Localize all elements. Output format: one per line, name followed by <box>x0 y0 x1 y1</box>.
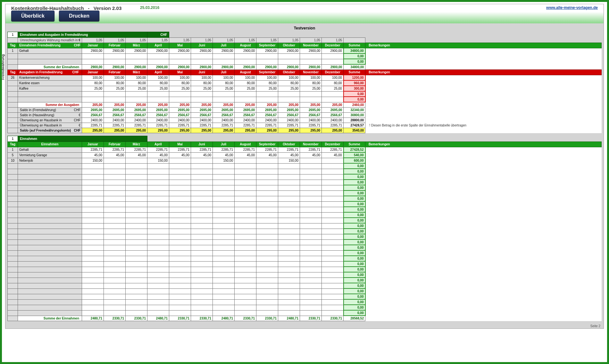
value-cell[interactable]: 2900,00 <box>322 48 344 53</box>
rate-cell[interactable]: 1,05 <box>169 38 191 43</box>
value-cell[interactable] <box>256 158 278 163</box>
value-cell[interactable]: 100,00 <box>213 75 235 80</box>
row-remarks[interactable] <box>365 152 602 158</box>
value-cell[interactable]: 25,00 <box>300 86 322 91</box>
row-label[interactable]: Krankenversicherung <box>18 75 82 80</box>
row-remarks[interactable] <box>365 80 602 86</box>
value-cell[interactable]: 100,00 <box>278 75 300 80</box>
value-cell[interactable]: 100,00 <box>104 75 126 80</box>
value-cell[interactable]: 2285,71 <box>104 147 126 152</box>
row-tag[interactable]: 10 <box>8 158 18 163</box>
value-cell[interactable]: 80,00 <box>278 80 300 86</box>
rate-cell[interactable]: 1,05 <box>278 38 300 43</box>
value-cell[interactable]: 2900,00 <box>104 48 126 53</box>
row-tag[interactable]: 5 <box>8 152 18 158</box>
row-remarks[interactable] <box>365 147 602 152</box>
value-cell[interactable] <box>322 158 344 163</box>
value-cell[interactable]: 25,00 <box>82 86 104 91</box>
value-cell[interactable]: 2900,00 <box>82 48 104 53</box>
value-cell[interactable]: 80,00 <box>104 80 126 86</box>
row-label[interactable]: Gehalt <box>18 147 82 152</box>
value-cell[interactable] <box>300 158 322 163</box>
value-cell[interactable] <box>235 158 256 163</box>
value-cell[interactable]: 80,00 <box>256 80 278 86</box>
value-cell[interactable]: 25,00 <box>256 86 278 91</box>
value-cell[interactable]: 2285,71 <box>278 147 300 152</box>
row-tag[interactable] <box>8 80 18 86</box>
row-remarks[interactable] <box>365 86 602 91</box>
value-cell[interactable]: 80,00 <box>191 80 213 86</box>
value-cell[interactable]: 45,00 <box>256 152 278 158</box>
value-cell[interactable]: 100,00 <box>191 75 213 80</box>
value-cell[interactable]: 2285,71 <box>235 147 256 152</box>
row-label[interactable]: Kaffee <box>18 86 82 91</box>
value-cell[interactable]: 2900,00 <box>191 48 213 53</box>
value-cell[interactable]: 25,00 <box>213 86 235 91</box>
value-cell[interactable]: 45,00 <box>191 152 213 158</box>
rate-cell[interactable]: 1,05 <box>82 38 104 43</box>
value-cell[interactable]: 25,00 <box>147 86 169 91</box>
value-cell[interactable]: 45,00 <box>300 152 322 158</box>
value-cell[interactable]: 100,00 <box>126 75 147 80</box>
value-cell[interactable]: 150,00 <box>82 158 104 163</box>
value-cell[interactable]: 2285,71 <box>322 147 344 152</box>
row-label[interactable]: Vermietung Garage <box>18 152 82 158</box>
rate-cell[interactable]: 1,05 <box>126 38 147 43</box>
value-cell[interactable]: 150,00 <box>213 158 235 163</box>
value-cell[interactable] <box>126 158 147 163</box>
value-cell[interactable]: 25,00 <box>191 86 213 91</box>
row-remarks[interactable] <box>365 158 602 163</box>
print-button[interactable]: Drucken <box>59 11 99 21</box>
value-cell[interactable]: 45,00 <box>147 152 169 158</box>
value-cell[interactable]: 80,00 <box>213 80 235 86</box>
value-cell[interactable]: 100,00 <box>300 75 322 80</box>
value-cell[interactable]: 25,00 <box>104 86 126 91</box>
value-cell[interactable]: 45,00 <box>213 152 235 158</box>
value-cell[interactable]: 100,00 <box>147 75 169 80</box>
value-cell[interactable]: 80,00 <box>126 80 147 86</box>
value-cell[interactable]: 45,00 <box>104 152 126 158</box>
value-cell[interactable] <box>104 158 126 163</box>
value-cell[interactable]: 100,00 <box>235 75 256 80</box>
value-cell[interactable]: 2900,00 <box>126 48 147 53</box>
value-cell[interactable]: 80,00 <box>322 80 344 86</box>
row-label[interactable]: Gehalt <box>18 48 82 53</box>
value-cell[interactable]: 2900,00 <box>278 48 300 53</box>
rate-cell[interactable]: 1,05 <box>147 38 169 43</box>
value-cell[interactable]: 45,00 <box>169 152 191 158</box>
value-cell[interactable]: 25,00 <box>126 86 147 91</box>
value-cell[interactable]: 2900,00 <box>169 48 191 53</box>
value-cell[interactable]: 100,00 <box>169 75 191 80</box>
value-cell[interactable]: 2285,71 <box>256 147 278 152</box>
row-tag[interactable] <box>8 86 18 91</box>
value-cell[interactable] <box>169 158 191 163</box>
rate-cell[interactable]: 1,05 <box>104 38 126 43</box>
value-cell[interactable]: 80,00 <box>169 80 191 86</box>
value-cell[interactable]: 45,00 <box>126 152 147 158</box>
rate-cell[interactable]: 1,05 <box>322 38 344 43</box>
row-remarks[interactable] <box>365 48 602 53</box>
rate-cell[interactable]: 1,05 <box>213 38 235 43</box>
row-label[interactable]: Nebenjob <box>18 158 82 163</box>
value-cell[interactable]: 25,00 <box>235 86 256 91</box>
value-cell[interactable]: 2285,71 <box>213 147 235 152</box>
row-label[interactable]: Kantine essen <box>18 80 82 86</box>
row-tag[interactable]: 26 <box>8 75 18 80</box>
value-cell[interactable]: 25,00 <box>322 86 344 91</box>
value-cell[interactable]: 45,00 <box>235 152 256 158</box>
value-cell[interactable]: 100,00 <box>322 75 344 80</box>
value-cell[interactable]: 80,00 <box>147 80 169 86</box>
value-cell[interactable]: 45,00 <box>322 152 344 158</box>
value-cell[interactable]: 80,00 <box>300 80 322 86</box>
rate-cell[interactable]: 1,05 <box>256 38 278 43</box>
value-cell[interactable]: 2285,71 <box>147 147 169 152</box>
value-cell[interactable]: 2900,00 <box>213 48 235 53</box>
value-cell[interactable]: 2900,00 <box>235 48 256 53</box>
value-cell[interactable]: 25,00 <box>278 86 300 91</box>
value-cell[interactable]: 45,00 <box>278 152 300 158</box>
rate-cell[interactable]: 1,05 <box>235 38 256 43</box>
value-cell[interactable]: 2285,71 <box>169 147 191 152</box>
row-tag[interactable]: 1 <box>8 147 18 152</box>
value-cell[interactable]: 2285,71 <box>126 147 147 152</box>
value-cell[interactable]: 2285,71 <box>82 147 104 152</box>
